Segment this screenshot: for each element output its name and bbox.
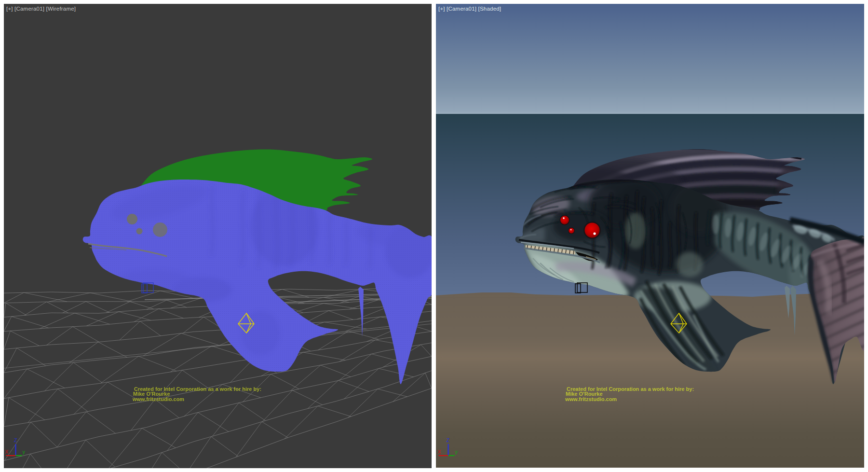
svg-text:www.fritzstudio.com: www.fritzstudio.com — [565, 396, 617, 402]
svg-text:X: X — [5, 449, 9, 455]
svg-text:y: y — [455, 449, 458, 455]
svg-text:X: X — [438, 449, 442, 455]
svg-text:Z: Z — [447, 437, 450, 443]
svg-text:Z: Z — [14, 437, 17, 443]
svg-text:y: y — [23, 449, 26, 455]
svg-text:www.fritzstudio.com: www.fritzstudio.com — [132, 396, 184, 402]
